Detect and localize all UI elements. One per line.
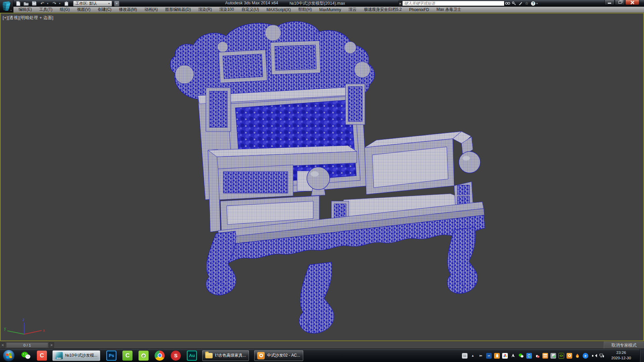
nvidia-settings-icon[interactable] <box>558 353 564 359</box>
undo-dropdown-caret[interactable]: ▾ <box>47 2 50 5</box>
workspace-caret-icon: ▾ <box>108 2 110 5</box>
close-icon <box>630 1 634 4</box>
menu-item-group[interactable]: 组(G) <box>56 7 73 12</box>
camtasia-taskbar-icon[interactable]: C <box>122 351 132 361</box>
bank-client-icon[interactable]: cn <box>486 353 492 359</box>
menu-item-create[interactable]: 创建(C) <box>94 7 115 12</box>
menu-item-graph-editors[interactable]: 图形编辑器(D) <box>161 7 195 12</box>
project-folder-icon <box>64 1 69 6</box>
communication-center-icon[interactable] <box>517 1 524 6</box>
system-tray: ▲ ✂ cn <box>462 349 604 362</box>
chrome-taskbar-icon[interactable] <box>155 351 165 361</box>
drive-manager-icon[interactable] <box>502 353 508 359</box>
tray-expand-icon[interactable]: ▲ <box>470 353 476 359</box>
open-file-button[interactable] <box>23 1 30 6</box>
help-icon[interactable]: ? <box>530 1 536 6</box>
mail-master-icon[interactable]: e <box>583 353 588 359</box>
search-input[interactable] <box>402 1 504 6</box>
taskbar-button-explorer[interactable]: I:\古色高级家具... <box>202 350 249 361</box>
search-flyout-button[interactable]: ▸ <box>398 1 402 6</box>
redo-dropdown-caret[interactable]: ▾ <box>59 2 62 5</box>
axis-y-label: y <box>4 326 6 331</box>
window-title: Autodesk 3ds Max 2014 x64 №10中式沙发模型(2014… <box>174 1 396 6</box>
previous-frame-button[interactable]: < <box>0 342 5 348</box>
cancel-expert-mode-button[interactable]: 取消专家模式 <box>604 342 644 349</box>
taskbar-clock[interactable]: 23:26 2020-12-30 <box>606 349 637 362</box>
input-keyboard-icon[interactable] <box>462 353 468 359</box>
show-desktop-button[interactable] <box>640 349 644 362</box>
menu-item-antivirus[interactable]: Max 杀毒卫士 <box>433 7 465 12</box>
wechat-tray-icon[interactable] <box>518 353 524 359</box>
windows-logo-icon <box>6 353 12 358</box>
menu-item-phoenixfd[interactable]: PhoenixFD <box>406 7 433 12</box>
time-slider[interactable]: 0 / 1 <box>6 342 48 348</box>
screenshot-scissors-icon[interactable]: ✂ <box>478 353 484 359</box>
save-file-icon <box>32 1 37 6</box>
axis-x-label: x <box>43 328 45 333</box>
sync-tool-icon[interactable] <box>526 353 532 359</box>
new-file-icon <box>16 1 20 6</box>
windows-taskbar: C max №10中式沙发模... Ps C e S Au I:\古色高级家具.… <box>0 349 644 362</box>
menu-item-maxmummy[interactable]: MaxMummy <box>316 7 345 12</box>
subscription-key-icon[interactable] <box>511 1 517 6</box>
audition-taskbar-icon[interactable]: Au <box>187 351 197 361</box>
viewport-label[interactable]: [+][透视][明暗处理 + 边面] <box>3 15 53 21</box>
help-dropdown-caret[interactable]: ▾ <box>536 2 539 5</box>
menu-item-customize[interactable]: 自定义(U) <box>238 7 263 12</box>
taskbar-button-acdsee[interactable]: 中式沙发02 - AC... <box>254 350 303 361</box>
restore-icon <box>619 1 622 4</box>
wechat-taskbar-icon[interactable] <box>21 351 31 361</box>
menu-item-modifiers[interactable]: 修改器(M) <box>115 7 141 12</box>
acdsee-tray-icon[interactable] <box>567 353 572 359</box>
browser360-taskbar-icon[interactable]: e <box>139 351 149 361</box>
photoshop-taskbar-icon[interactable]: Ps <box>106 351 116 361</box>
menu-item-maxscript[interactable]: MAXScript(X) <box>263 7 294 12</box>
menu-item-help[interactable]: 帮助(H) <box>294 7 316 12</box>
minimize-icon <box>608 3 611 4</box>
clock-time: 23:26 <box>616 350 626 356</box>
camtasia-recorder-taskbar-icon[interactable]: C <box>37 351 47 361</box>
recorder-s-taskbar-icon[interactable]: S <box>171 351 181 361</box>
workspace-extra-dropdown[interactable]: ▾ <box>114 1 119 6</box>
adobe-reader-icon[interactable] <box>510 353 516 359</box>
save-file-button[interactable] <box>31 1 38 6</box>
menu-item-edit[interactable]: 编辑(E) <box>15 7 36 12</box>
undo-button[interactable]: ↶ <box>39 1 46 6</box>
search-icon[interactable] <box>504 1 511 6</box>
application-title: Autodesk 3ds Max 2014 x64 <box>225 1 278 6</box>
network-icon[interactable] <box>599 353 604 359</box>
favorites-star-icon[interactable]: ☆ <box>524 1 530 6</box>
menu-item-render100[interactable]: 渲染100 <box>216 7 238 12</box>
close-button[interactable] <box>625 0 639 5</box>
perspective-viewport[interactable]: z x y [+][透视][明暗处理 + 边面] <box>0 13 644 341</box>
3dsmax-taskbar-icon: max <box>55 352 63 359</box>
set-project-folder-button[interactable] <box>63 1 70 6</box>
new-file-button[interactable] <box>15 1 21 6</box>
usb-drive-icon[interactable] <box>494 353 500 359</box>
next-frame-button[interactable]: > <box>49 342 54 348</box>
max-application-menu-button[interactable] <box>0 0 13 13</box>
workspace-selector[interactable]: 工作区: 默认 ▾ <box>73 1 112 6</box>
menu-item-rendercloud[interactable]: 渲云 <box>345 7 360 12</box>
document-title: №10中式沙发模型(2014).max <box>289 1 345 6</box>
restore-button[interactable] <box>615 0 625 5</box>
menu-item-tools[interactable]: 工具(T) <box>36 7 56 12</box>
explorer-taskbar-label: I:\古色高级家具... <box>215 353 246 358</box>
taskbar-button-3dsmax[interactable]: max №10中式沙发模... <box>52 350 100 361</box>
minimize-button[interactable] <box>604 0 614 5</box>
chair-wireframe-model[interactable]: z x y <box>1 13 643 341</box>
volume-icon[interactable] <box>591 353 596 359</box>
orange-window-icon[interactable] <box>542 353 548 359</box>
redo-button[interactable]: ↷ <box>51 1 58 6</box>
qq-blocked-icon[interactable] <box>534 353 540 359</box>
folder-icon <box>205 353 213 358</box>
menu-item-views[interactable]: 视图(V) <box>73 7 94 12</box>
clock-date: 2020-12-30 <box>611 356 631 361</box>
menu-item-rendering[interactable]: 渲染(R) <box>195 7 216 12</box>
start-button[interactable] <box>3 350 15 362</box>
menu-item-animation[interactable]: 动画(A) <box>141 7 161 12</box>
usb-safe-remove-icon[interactable] <box>550 353 556 359</box>
menu-item-slim-archive[interactable]: 极速瘦身安全归档5.2 <box>360 7 406 12</box>
world-axis-tripod: z x y <box>4 317 45 334</box>
huorong-flame-icon[interactable] <box>575 353 580 359</box>
